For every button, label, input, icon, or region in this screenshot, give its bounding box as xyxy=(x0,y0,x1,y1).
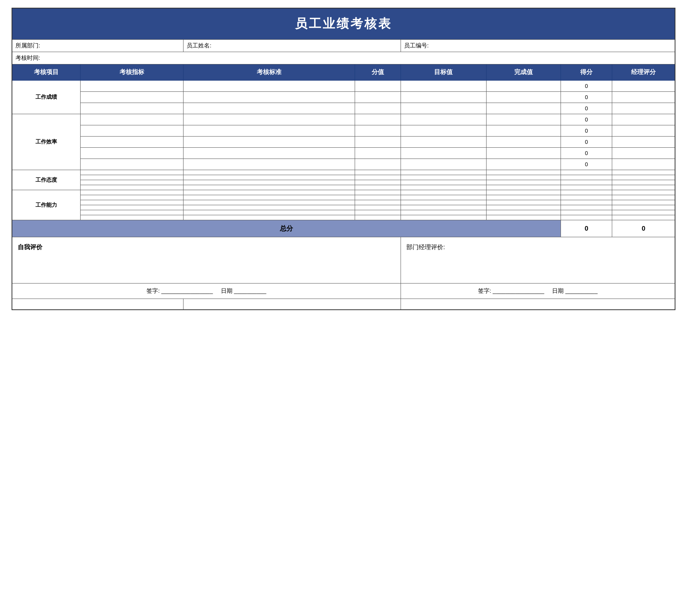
indicator-cell[interactable] xyxy=(81,125,184,137)
complete-cell[interactable] xyxy=(487,148,561,159)
get-cell[interactable]: 0 xyxy=(561,159,612,170)
indicator-cell[interactable] xyxy=(81,92,184,103)
manager-cell[interactable] xyxy=(612,148,675,159)
indicator-cell[interactable] xyxy=(81,81,184,92)
standard-cell[interactable] xyxy=(184,180,355,185)
score-cell[interactable] xyxy=(355,185,401,190)
score-cell[interactable] xyxy=(355,125,401,137)
manager-cell[interactable] xyxy=(612,92,675,103)
standard-cell[interactable] xyxy=(184,114,355,125)
complete-cell[interactable] xyxy=(487,180,561,185)
complete-cell[interactable] xyxy=(487,81,561,92)
indicator-cell[interactable] xyxy=(81,190,184,195)
complete-cell[interactable] xyxy=(487,125,561,137)
score-cell[interactable] xyxy=(355,137,401,148)
target-cell[interactable] xyxy=(401,175,486,180)
indicator-cell[interactable] xyxy=(81,195,184,200)
target-cell[interactable] xyxy=(401,92,486,103)
get-cell[interactable]: 0 xyxy=(561,125,612,137)
manager-cell[interactable] xyxy=(612,195,675,200)
get-cell[interactable] xyxy=(561,215,612,220)
indicator-cell[interactable] xyxy=(81,185,184,190)
complete-cell[interactable] xyxy=(487,137,561,148)
manager-cell[interactable] xyxy=(612,175,675,180)
manager-cell[interactable] xyxy=(612,185,675,190)
complete-cell[interactable] xyxy=(487,200,561,205)
complete-cell[interactable] xyxy=(487,190,561,195)
score-cell[interactable] xyxy=(355,215,401,220)
score-cell[interactable] xyxy=(355,210,401,215)
standard-cell[interactable] xyxy=(184,205,355,210)
left-sign-line[interactable]: ________________ xyxy=(162,287,213,294)
get-cell[interactable]: 0 xyxy=(561,148,612,159)
get-cell[interactable] xyxy=(561,175,612,180)
standard-cell[interactable] xyxy=(184,210,355,215)
indicator-cell[interactable] xyxy=(81,148,184,159)
standard-cell[interactable] xyxy=(184,190,355,195)
target-cell[interactable] xyxy=(401,190,486,195)
target-cell[interactable] xyxy=(401,205,486,210)
target-cell[interactable] xyxy=(401,200,486,205)
score-cell[interactable] xyxy=(355,190,401,195)
get-cell[interactable] xyxy=(561,180,612,185)
dept-eval-cell[interactable]: 部门经理评价: xyxy=(401,237,675,284)
standard-cell[interactable] xyxy=(184,195,355,200)
target-cell[interactable] xyxy=(401,81,486,92)
complete-cell[interactable] xyxy=(487,215,561,220)
complete-cell[interactable] xyxy=(487,103,561,114)
complete-cell[interactable] xyxy=(487,159,561,170)
manager-cell[interactable] xyxy=(612,125,675,137)
get-cell[interactable]: 0 xyxy=(561,92,612,103)
score-cell[interactable] xyxy=(355,148,401,159)
get-cell[interactable] xyxy=(561,190,612,195)
get-cell[interactable] xyxy=(561,205,612,210)
manager-cell[interactable] xyxy=(612,190,675,195)
target-cell[interactable] xyxy=(401,137,486,148)
standard-cell[interactable] xyxy=(184,170,355,175)
standard-cell[interactable] xyxy=(184,92,355,103)
standard-cell[interactable] xyxy=(184,175,355,180)
complete-cell[interactable] xyxy=(487,205,561,210)
left-date-line[interactable]: __________ xyxy=(234,287,266,294)
get-cell[interactable]: 0 xyxy=(561,81,612,92)
manager-cell[interactable] xyxy=(612,200,675,205)
standard-cell[interactable] xyxy=(184,103,355,114)
get-cell[interactable] xyxy=(561,195,612,200)
standard-cell[interactable] xyxy=(184,137,355,148)
manager-cell[interactable] xyxy=(612,205,675,210)
target-cell[interactable] xyxy=(401,185,486,190)
complete-cell[interactable] xyxy=(487,114,561,125)
target-cell[interactable] xyxy=(401,215,486,220)
indicator-cell[interactable] xyxy=(81,210,184,215)
complete-cell[interactable] xyxy=(487,170,561,175)
score-cell[interactable] xyxy=(355,200,401,205)
target-cell[interactable] xyxy=(401,125,486,137)
target-cell[interactable] xyxy=(401,195,486,200)
manager-cell[interactable] xyxy=(612,180,675,185)
indicator-cell[interactable] xyxy=(81,137,184,148)
score-cell[interactable] xyxy=(355,180,401,185)
indicator-cell[interactable] xyxy=(81,103,184,114)
target-cell[interactable] xyxy=(401,210,486,215)
get-cell[interactable] xyxy=(561,170,612,175)
get-cell[interactable]: 0 xyxy=(561,137,612,148)
score-cell[interactable] xyxy=(355,205,401,210)
complete-cell[interactable] xyxy=(487,92,561,103)
manager-cell[interactable] xyxy=(612,137,675,148)
right-date-line[interactable]: __________ xyxy=(566,287,598,294)
indicator-cell[interactable] xyxy=(81,114,184,125)
self-eval-cell[interactable]: 自我评价 xyxy=(12,237,401,284)
indicator-cell[interactable] xyxy=(81,180,184,185)
indicator-cell[interactable] xyxy=(81,205,184,210)
indicator-cell[interactable] xyxy=(81,175,184,180)
standard-cell[interactable] xyxy=(184,81,355,92)
manager-cell[interactable] xyxy=(612,170,675,175)
score-cell[interactable] xyxy=(355,159,401,170)
score-cell[interactable] xyxy=(355,81,401,92)
score-cell[interactable] xyxy=(355,114,401,125)
indicator-cell[interactable] xyxy=(81,215,184,220)
standard-cell[interactable] xyxy=(184,159,355,170)
manager-cell[interactable] xyxy=(612,114,675,125)
complete-cell[interactable] xyxy=(487,210,561,215)
indicator-cell[interactable] xyxy=(81,200,184,205)
